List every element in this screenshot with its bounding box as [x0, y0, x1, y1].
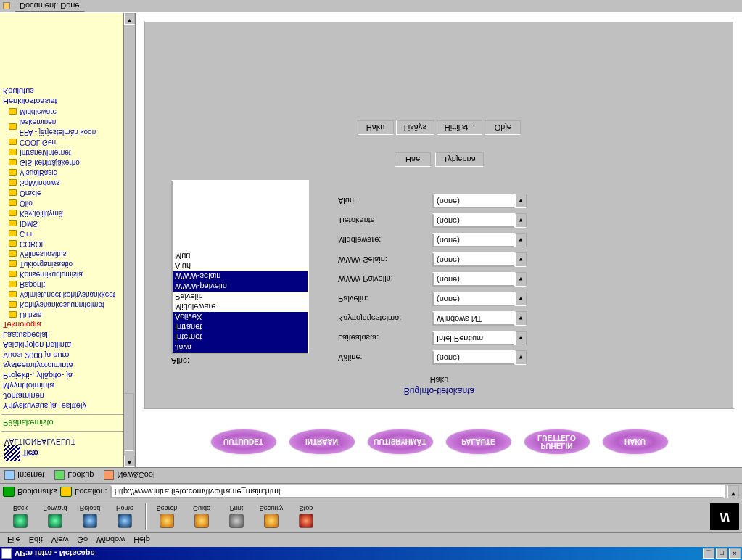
pill-intraan[interactable]: INTRAAN [289, 429, 355, 454]
list-item[interactable]: WWW-palvelin [173, 281, 308, 292]
sidebar-item-3[interactable]: Projekti-, ylläpito- ja systeemityötoimi… [1, 361, 133, 381]
newcool-shortcut[interactable]: New&Cool [104, 471, 154, 481]
tab-ohje[interactable]: Ohje [485, 120, 521, 135]
field-select[interactable]: (none)▼ [432, 272, 527, 287]
sidebar-item-1[interactable]: Johtaminen [1, 391, 133, 401]
sidebar-item-teknologia[interactable]: Teknologia [1, 320, 133, 330]
reload-button[interactable]: Reload [73, 506, 107, 529]
tyhjenna-button[interactable]: Tyhjennä [435, 152, 484, 167]
pill-palaute[interactable]: PALAUTE [446, 429, 511, 454]
tab-hittilista[interactable]: Hittilist... [437, 120, 483, 135]
sidebar-subitem-14[interactable]: VisualBasic [1, 168, 133, 178]
minimize-button[interactable]: _ [703, 548, 714, 559]
menu-file[interactable]: File [3, 535, 25, 546]
sidebar-item-5[interactable]: Asiakirjojen hallinta [1, 340, 133, 350]
list-item[interactable]: Internet [173, 332, 308, 342]
list-item[interactable]: Muu [173, 251, 308, 261]
bookmarks-label[interactable]: Bookmarks [17, 488, 57, 497]
sidebar-subitem-4[interactable]: Konsernikuulumisia [1, 269, 133, 279]
field-select[interactable]: Windows NT▼ [432, 311, 527, 326]
url-dropdown-button[interactable]: ▼ [727, 486, 739, 499]
hae-button[interactable]: Hae [395, 152, 431, 167]
sidebar-subitem-11[interactable]: Olio [1, 198, 133, 208]
dropdown-arrow-icon[interactable]: ▼ [515, 331, 527, 345]
sidebar-item-2[interactable]: Myyntitoiminta [1, 381, 133, 391]
field-select[interactable]: (none)▼ [432, 292, 527, 306]
pill-uutisryhmat[interactable]: UUTISRYHMÄT [368, 429, 433, 454]
sidebar-item-4[interactable]: Vuosi 2000 ja euro [1, 350, 133, 361]
dropdown-arrow-icon[interactable]: ▼ [515, 233, 527, 247]
dropdown-arrow-icon[interactable]: ▼ [515, 194, 527, 208]
list-item[interactable]: ActiveX [173, 312, 308, 322]
pill-puhelinluettelo[interactable]: PUHELIN LUETTELO [524, 429, 590, 454]
lookup-shortcut[interactable]: Lookup [54, 471, 94, 481]
sidebar-item-6[interactable]: Laatuspecial [1, 330, 133, 340]
scroll-down-button[interactable]: ▼ [124, 13, 135, 25]
sidebar-after-1[interactable]: Koulutus [1, 86, 133, 96]
dropdown-arrow-icon[interactable]: ▼ [515, 272, 527, 287]
scroll-thumb[interactable] [125, 393, 134, 451]
sidebar-root-link[interactable]: Päähakemisto [1, 418, 133, 428]
list-item[interactable]: Java [173, 342, 308, 353]
sidebar-subitem-3[interactable]: Raportit [1, 279, 133, 289]
bookmarks-icon[interactable] [3, 487, 15, 498]
field-select[interactable]: (none)▼ [432, 213, 527, 228]
tab-lisays[interactable]: Lisäys [396, 120, 434, 135]
sidebar-subitem-15[interactable]: GIS-kehittäjäkerho [1, 157, 133, 168]
close-button[interactable]: × [729, 548, 741, 559]
sidebar-subitem-19[interactable]: Middleware [1, 107, 133, 117]
sidebar-subitem-9[interactable]: IDMS [1, 218, 133, 228]
url-input[interactable] [110, 486, 725, 499]
pill-uutuudet[interactable]: UUTUUDET [211, 429, 276, 454]
stop-button[interactable]: Stop [289, 506, 323, 529]
menu-view[interactable]: View [47, 535, 73, 546]
sidebar-subitem-6[interactable]: Välinesuositus [1, 249, 133, 259]
menu-edit[interactable]: Edit [25, 535, 47, 546]
list-item[interactable]: Palvelin [173, 292, 308, 302]
sidebar-subitem-5[interactable]: Tukiorganisaatio [1, 259, 133, 269]
menu-help[interactable]: Help [129, 535, 154, 546]
sidebar-subitem-13[interactable]: SqlWindows [1, 178, 133, 188]
print-button[interactable]: Print [219, 506, 254, 529]
sidebar-subitem-7[interactable]: COBOL [1, 239, 133, 249]
security-lock-icon[interactable] [3, 3, 10, 10]
dropdown-arrow-icon[interactable]: ▼ [515, 311, 527, 326]
pill-haku[interactable]: HAKU [603, 429, 668, 454]
sidebar-subitem-2[interactable]: Valmistuneet kehityshankkeet [1, 289, 133, 300]
aihe-listbox[interactable]: JavaInternetIntranetActiveXMiddlewarePal… [171, 180, 309, 354]
search-button[interactable]: Search [149, 506, 184, 529]
field-select[interactable]: (none)▼ [432, 252, 527, 267]
sidebar-scrollbar[interactable]: ▲ ▼ [123, 13, 135, 467]
list-item[interactable]: Aluri [173, 261, 308, 271]
sidebar-subitem-18[interactable]: FPA - järjestelmän koon laskeminen [1, 117, 133, 137]
sidebar-subitem-16[interactable]: Intranet/Internet [1, 147, 133, 157]
sidebar-item-0[interactable]: Yrityskuvaus ja -esittely [1, 401, 133, 411]
internet-shortcut[interactable]: Internet [4, 471, 44, 481]
sidebar-after-0[interactable]: Henkilöstöasiat [1, 96, 133, 107]
sidebar-subitem-12[interactable]: Oracle [1, 188, 133, 198]
field-select[interactable]: (none)▼ [432, 350, 527, 365]
field-select[interactable]: (none)▼ [432, 233, 527, 247]
forward-button[interactable]: Forward [38, 506, 73, 529]
dropdown-arrow-icon[interactable]: ▼ [515, 292, 527, 306]
dropdown-arrow-icon[interactable]: ▼ [515, 350, 527, 365]
guide-button[interactable]: Guide [184, 506, 219, 529]
scroll-up-button[interactable]: ▲ [124, 456, 135, 467]
maximize-button[interactable]: □ [716, 548, 727, 559]
sidebar-subitem-8[interactable]: C++ [1, 228, 133, 239]
menu-window[interactable]: Window [92, 535, 129, 546]
dropdown-arrow-icon[interactable]: ▼ [515, 252, 527, 267]
tab-haku[interactable]: Haku [358, 120, 394, 135]
sidebar-subitem-1[interactable]: Kehityshankesuunnitelmat [1, 300, 133, 310]
sidebar-subitem-17[interactable]: COOL:Gen [1, 137, 133, 147]
field-select[interactable]: (none)▼ [432, 194, 527, 208]
page-proxy-icon[interactable] [60, 487, 72, 498]
sidebar-subitem-0[interactable]: Uutisia [1, 310, 133, 320]
field-select[interactable]: Intel Pentium▼ [432, 331, 527, 345]
security-button[interactable]: Security [254, 506, 289, 529]
sidebar-subitem-10[interactable]: Käyttöliittymä [1, 208, 133, 218]
menu-go[interactable]: Go [73, 535, 92, 546]
home-button[interactable]: Home [107, 506, 142, 529]
list-item[interactable]: WWW-selain [173, 271, 308, 281]
back-button[interactable]: Back [3, 506, 38, 529]
